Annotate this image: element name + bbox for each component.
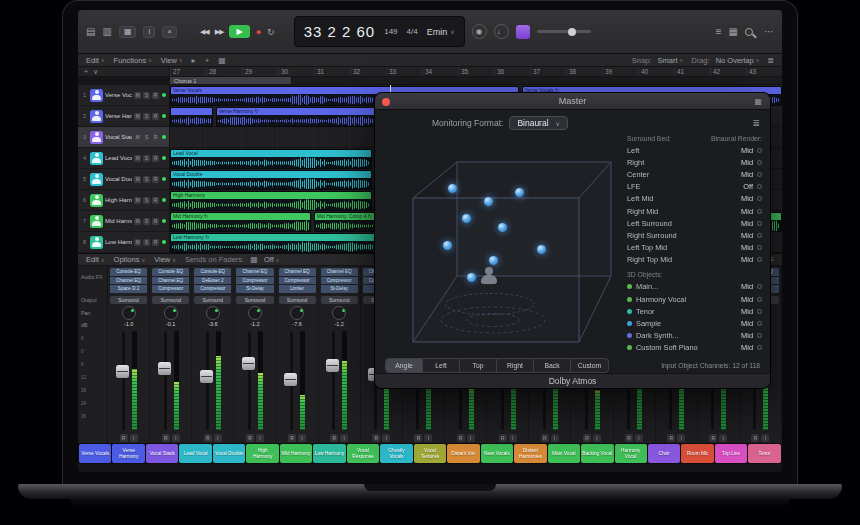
mixer-track-label[interactable]: Vocal Textures [414, 444, 446, 463]
mixer-track-label[interactable]: Near Vocals [481, 444, 513, 463]
record-enable-button[interactable]: R [152, 239, 159, 246]
audio-fx-slots[interactable]: Console EQ Channel EQ Compressor [152, 268, 189, 294]
view-button[interactable]: Right [497, 359, 534, 372]
render-value[interactable]: Mid [741, 243, 753, 252]
mute-button[interactable]: M [134, 218, 141, 225]
collaboration-badge[interactable] [516, 25, 530, 39]
track-options-icon[interactable]: ∨ [93, 68, 98, 76]
channel-strip[interactable]: Console EQ Channel EQ Compressor Surroun… [150, 266, 192, 443]
audio-object-sphere[interactable] [484, 197, 493, 206]
monitoring-format-dropdown[interactable]: Binaural ∨ [509, 116, 568, 130]
view-button[interactable]: Angle [386, 359, 423, 372]
record-enable-button[interactable]: R [625, 434, 633, 442]
fader-cap[interactable] [158, 362, 171, 375]
mute-button[interactable]: M [134, 239, 141, 246]
solo-button[interactable]: S [143, 155, 150, 162]
render-value[interactable]: Mid [741, 255, 753, 264]
sends-on-faders-control[interactable]: Sends on Faders: ▦ Off ∨ [185, 255, 280, 264]
mute-button[interactable]: M [134, 176, 141, 183]
metronome-icon[interactable]: ♩ [494, 24, 509, 39]
fader[interactable] [152, 329, 189, 432]
audio-object-sphere[interactable] [489, 256, 498, 265]
render-stepper-icon[interactable] [757, 309, 762, 314]
fader-cap[interactable] [284, 373, 297, 386]
render-stepper-icon[interactable] [757, 284, 762, 289]
track-header[interactable]: 5 Vocal Double M S R [78, 169, 169, 190]
record-enable-button[interactable]: R [162, 434, 170, 442]
record-enable-button[interactable]: R [499, 434, 507, 442]
mixer-track-label[interactable]: Backing Vocal [581, 444, 613, 463]
record-enable-button[interactable]: R [152, 197, 159, 204]
record-enable-button[interactable]: R [204, 434, 212, 442]
audio-region[interactable] [170, 107, 213, 127]
render-value[interactable]: Mid [741, 295, 753, 304]
mute-button[interactable]: M [134, 113, 141, 120]
record-enable-button[interactable]: R [288, 434, 296, 442]
close-button[interactable] [382, 98, 390, 106]
bed-channel-row[interactable]: Left Mid [627, 144, 762, 156]
render-stepper-icon[interactable] [757, 221, 762, 226]
mixer-track-label[interactable]: Vocal Double [213, 444, 245, 463]
record-enable-button[interactable]: R [152, 218, 159, 225]
menu-item[interactable]: View∨ [161, 56, 183, 65]
render-value[interactable]: Mid [741, 170, 753, 179]
record-enable-button[interactable]: R [541, 434, 549, 442]
mixer-list-icon[interactable]: ≡ [769, 255, 774, 264]
link-icon[interactable]: ▦ [754, 97, 762, 106]
object-row[interactable]: Tenor Mid [627, 305, 762, 317]
close-advanced-button[interactable]: × [162, 26, 177, 38]
channel-strip[interactable]: Channel EQ Compressor Limiter Surround -… [277, 266, 319, 443]
audio-region[interactable]: Vocal Double [170, 170, 372, 190]
render-value[interactable]: Mid [741, 146, 753, 155]
view-button[interactable]: Top [460, 359, 497, 372]
fader[interactable] [110, 329, 147, 432]
track-header[interactable]: 8 Low Harmony M S R [78, 232, 169, 253]
mute-button[interactable]: M [134, 197, 141, 204]
output-slot[interactable]: Surround [194, 296, 231, 304]
object-row[interactable]: Dark Synth... Mid [627, 330, 762, 342]
tempo-value[interactable]: 149 [384, 27, 397, 36]
record-enable-button[interactable]: R [152, 176, 159, 183]
render-stepper-icon[interactable] [757, 233, 762, 238]
record-enable-button[interactable]: R [709, 434, 717, 442]
library-icon[interactable]: ▤ [86, 26, 95, 37]
input-monitor-button[interactable]: I [677, 434, 685, 442]
window-layout-icon[interactable]: ▦ [729, 26, 738, 37]
object-row[interactable]: Main... Mid [627, 281, 762, 293]
fader-cap[interactable] [200, 370, 213, 383]
input-monitor-button[interactable]: I [130, 434, 138, 442]
bed-channel-row[interactable]: Left Mid Mid [627, 193, 762, 205]
channel-strip[interactable]: Console EQ DeEsser 2 Compressor Surround… [192, 266, 234, 443]
record-enable-button[interactable]: R [667, 434, 675, 442]
arrangement-marker[interactable]: Chorus 1 [170, 77, 292, 84]
mixer-track-label[interactable]: Verse Harmony [112, 444, 144, 463]
render-value[interactable]: Mid [741, 282, 753, 291]
audio-region[interactable]: Lead Vocal [170, 149, 372, 169]
mixer-track-label[interactable]: Room Mic [681, 444, 713, 463]
audio-object-sphere[interactable] [537, 245, 546, 254]
fader-cap[interactable] [326, 359, 339, 372]
drag-menu[interactable]: Drag: No Overlap∨ [691, 56, 759, 65]
search-icon[interactable] [745, 28, 753, 36]
bed-channel-row[interactable]: Center Mid [627, 168, 762, 180]
input-monitor-button[interactable]: I [635, 434, 643, 442]
output-slot[interactable]: Surround [236, 296, 273, 304]
lcd-display[interactable]: 33 2 2 60 149 4/4 Emin∨ [294, 16, 465, 47]
more-icon[interactable]: ⋯ [764, 26, 774, 37]
input-monitor-button[interactable]: I [424, 434, 432, 442]
render-value[interactable]: Mid [741, 343, 753, 352]
render-stepper-icon[interactable] [757, 160, 762, 165]
menu-item[interactable]: View∨ [154, 255, 176, 264]
pencil-tool-icon[interactable]: + [205, 56, 210, 65]
fader[interactable] [194, 329, 231, 432]
solo-button[interactable]: S [143, 176, 150, 183]
audio-region[interactable]: Mid Harmony ↻ [170, 212, 311, 232]
mixer-track-label[interactable]: Verse Vocals [79, 444, 111, 463]
input-monitor-button[interactable]: I [593, 434, 601, 442]
record-enable-button[interactable]: R [372, 434, 380, 442]
render-stepper-icon[interactable] [757, 196, 762, 201]
solo-button[interactable]: S [143, 239, 150, 246]
fader[interactable] [279, 329, 316, 432]
key-signature[interactable]: Emin∨ [427, 27, 455, 37]
solo-button[interactable]: S [143, 92, 150, 99]
